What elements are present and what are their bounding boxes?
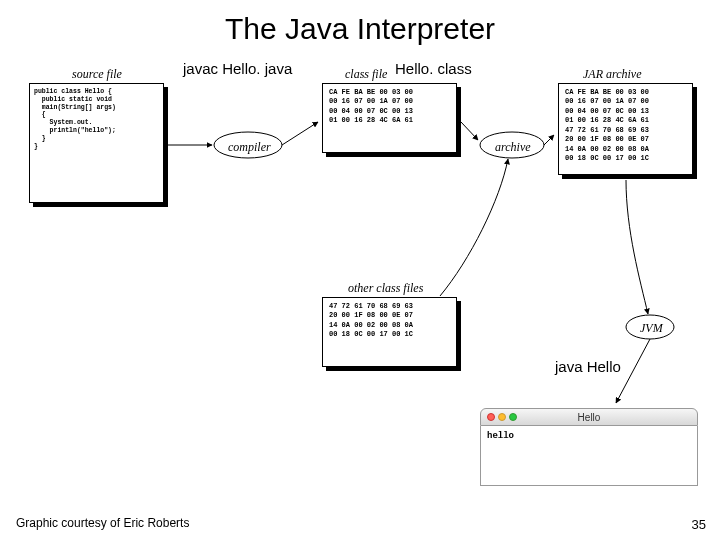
jar-archive-box: CA FE BA BE 00 03 00 00 16 07 00 1A 07 0…	[558, 83, 693, 175]
svg-line-5	[544, 135, 554, 145]
jar-archive-label: JAR archive	[583, 67, 642, 82]
archive-label: archive	[495, 140, 531, 155]
source-code-content: public class Hello { public static void …	[29, 83, 164, 203]
window-controls	[487, 413, 517, 421]
terminal-output: hello	[480, 426, 698, 486]
other-class-files-hex: 47 72 61 70 68 69 63 20 00 1F 08 00 0E 0…	[322, 297, 457, 367]
class-name-text: Hello. class	[395, 60, 472, 77]
source-file-box: public class Hello { public static void …	[29, 83, 164, 203]
zoom-icon	[509, 413, 517, 421]
slide-title: The Java Interpreter	[0, 0, 720, 46]
terminal-title: Hello	[578, 412, 601, 423]
svg-line-4	[461, 122, 478, 140]
compiler-label: compiler	[228, 140, 271, 155]
javac-command-text: javac Hello. java	[183, 60, 292, 77]
source-file-label: source file	[72, 67, 122, 82]
class-file-box: CA FE BA BE 00 03 00 00 16 07 00 1A 07 0…	[322, 83, 457, 153]
terminal-titlebar: Hello	[480, 408, 698, 426]
class-file-hex: CA FE BA BE 00 03 00 00 16 07 00 1A 07 0…	[322, 83, 457, 153]
slide-number: 35	[692, 517, 706, 532]
terminal-window: Hello hello	[480, 408, 698, 486]
close-icon	[487, 413, 495, 421]
jar-archive-hex: CA FE BA BE 00 03 00 00 16 07 00 1A 07 0…	[558, 83, 693, 175]
class-file-label: class file	[345, 67, 387, 82]
svg-line-3	[282, 122, 318, 145]
svg-line-7	[616, 339, 650, 403]
other-class-files-box: 47 72 61 70 68 69 63 20 00 1F 08 00 0E 0…	[322, 297, 457, 367]
jvm-ellipse-label: JVM	[640, 321, 663, 336]
credit-text: Graphic courtesy of Eric Roberts	[16, 516, 189, 530]
java-run-command: java Hello	[555, 358, 621, 375]
minimize-icon	[498, 413, 506, 421]
other-class-files-label: other class files	[348, 281, 423, 296]
